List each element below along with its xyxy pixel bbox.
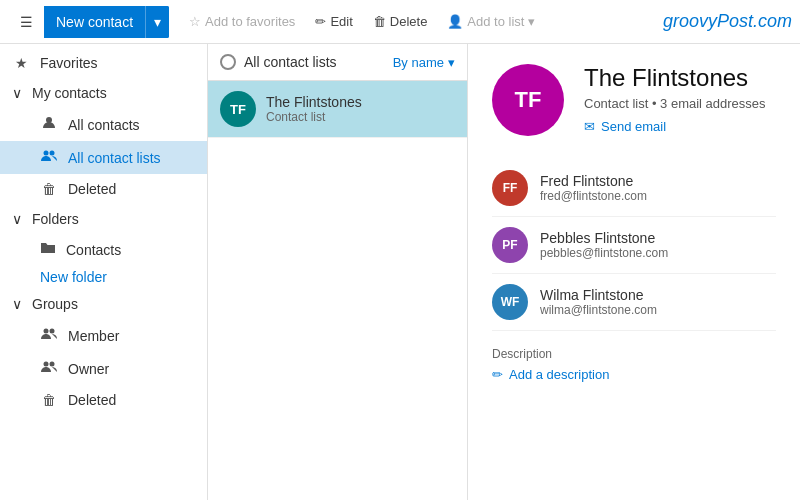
- dropdown-arrow-icon: ▾: [154, 14, 161, 30]
- sort-button[interactable]: By name ▾: [393, 55, 455, 70]
- send-email-label: Send email: [601, 119, 666, 134]
- sidebar-item-member[interactable]: Member: [0, 319, 207, 352]
- add-favorites-button[interactable]: ☆ Add to favorites: [181, 10, 303, 33]
- add-to-list-arrow-icon: ▾: [528, 14, 535, 29]
- sidebar-new-folder-link[interactable]: New folder: [40, 265, 207, 289]
- detail-header: TF The Flintstones Contact list • 3 emai…: [492, 64, 776, 136]
- member-avatar: PF: [492, 227, 528, 263]
- sidebar-folders-sub: Contacts New folder: [0, 234, 207, 289]
- member-info: Fred Flintstone fred@flintstone.com: [540, 173, 647, 203]
- sidebar-item-favorites[interactable]: ★ Favorites: [0, 48, 207, 78]
- contact-list-panel: All contact lists By name ▾ TF The Flint…: [208, 44, 468, 500]
- member-info: Wilma Flintstone wilma@flintstone.com: [540, 287, 657, 317]
- new-contact-button[interactable]: New contact ▾: [44, 6, 169, 38]
- new-contact-dropdown[interactable]: ▾: [146, 6, 169, 38]
- add-to-list-label: Add to list: [467, 14, 524, 29]
- new-contact-label: New contact: [56, 14, 133, 30]
- contact-list-header: All contact lists By name ▾: [208, 44, 467, 81]
- delete-icon: 🗑: [373, 14, 386, 29]
- person-group-member-icon: [40, 326, 58, 345]
- toolbar: ☰ New contact ▾ ☆ Add to favorites ✏ Edi…: [0, 0, 800, 44]
- sidebar-item-all-contact-lists[interactable]: All contact lists: [0, 141, 207, 174]
- chevron-down-icon: ∨: [12, 85, 22, 101]
- member-name: Wilma Flintstone: [540, 287, 657, 303]
- sidebar-item-owner[interactable]: Owner: [0, 352, 207, 385]
- person-icon: [40, 115, 58, 134]
- contact-avatar-tf: TF: [220, 91, 256, 127]
- sidebar-item-all-contact-lists-label: All contact lists: [68, 150, 161, 166]
- member-avatar: FF: [492, 170, 528, 206]
- add-to-list-icon: 👤: [447, 14, 463, 29]
- description-section: Description ✏ Add a description: [492, 347, 776, 382]
- member-item[interactable]: WF Wilma Flintstone wilma@flintstone.com: [492, 274, 776, 331]
- svg-point-5: [44, 362, 49, 367]
- add-description-button[interactable]: ✏ Add a description: [492, 367, 776, 382]
- sidebar-item-folders[interactable]: ∨ Folders: [0, 204, 207, 234]
- add-to-list-button[interactable]: 👤 Add to list ▾: [439, 10, 543, 33]
- sidebar: ★ Favorites ∨ My contacts All contacts A…: [0, 44, 208, 500]
- sidebar-item-contacts-sub[interactable]: Contacts: [40, 234, 207, 265]
- main-area: ★ Favorites ∨ My contacts All contacts A…: [0, 44, 800, 500]
- contact-list-header-left: All contact lists: [220, 54, 337, 70]
- groovy-logo: groovyPost.com: [663, 11, 792, 32]
- sidebar-item-my-contacts[interactable]: ∨ My contacts: [0, 78, 207, 108]
- contact-list-item-flintstones[interactable]: TF The Flintstones Contact list: [208, 81, 467, 138]
- hamburger-button[interactable]: ☰: [8, 4, 44, 40]
- trash-icon-2: 🗑: [40, 392, 58, 408]
- groovy-logo-text: groovyPost.com: [663, 11, 792, 31]
- svg-point-2: [50, 151, 55, 156]
- contact-list-name: The Flintstones: [266, 94, 362, 110]
- add-description-label: Add a description: [509, 367, 609, 382]
- all-lists-radio[interactable]: [220, 54, 236, 70]
- sidebar-item-groups-label: Groups: [32, 296, 78, 312]
- svg-point-6: [50, 362, 55, 367]
- new-folder-label: New folder: [40, 269, 107, 285]
- star-icon: ★: [12, 55, 30, 71]
- sidebar-item-my-contacts-label: My contacts: [32, 85, 107, 101]
- sidebar-item-deleted-label: Deleted: [68, 181, 116, 197]
- edit-button[interactable]: ✏ Edit: [307, 10, 360, 33]
- member-email: wilma@flintstone.com: [540, 303, 657, 317]
- send-email-button[interactable]: ✉ Send email: [584, 119, 766, 134]
- detail-panel: TF The Flintstones Contact list • 3 emai…: [468, 44, 800, 500]
- delete-button[interactable]: 🗑 Delete: [365, 10, 436, 33]
- sidebar-item-deleted[interactable]: 🗑 Deleted: [0, 174, 207, 204]
- svg-point-3: [44, 329, 49, 334]
- member-email: fred@flintstone.com: [540, 189, 647, 203]
- chevron-down-icon-groups: ∨: [12, 296, 22, 312]
- description-label: Description: [492, 347, 776, 361]
- star-icon: ☆: [189, 14, 201, 29]
- sidebar-item-member-label: Member: [68, 328, 119, 344]
- chevron-down-icon-folders: ∨: [12, 211, 22, 227]
- contact-list-info: The Flintstones Contact list: [266, 94, 362, 124]
- contact-list-type: Contact list: [266, 110, 362, 124]
- detail-avatar-initials: TF: [515, 87, 542, 113]
- pencil-icon: ✏: [492, 367, 503, 382]
- member-item[interactable]: PF Pebbles Flintstone pebbles@flintstone…: [492, 217, 776, 274]
- sidebar-item-contacts-sub-label: Contacts: [66, 242, 121, 258]
- detail-avatar: TF: [492, 64, 564, 136]
- svg-point-1: [44, 151, 49, 156]
- member-name: Pebbles Flintstone: [540, 230, 668, 246]
- toolbar-actions: ☆ Add to favorites ✏ Edit 🗑 Delete 👤 Add…: [181, 10, 543, 33]
- add-favorites-label: Add to favorites: [205, 14, 295, 29]
- sidebar-item-all-contacts[interactable]: All contacts: [0, 108, 207, 141]
- member-item[interactable]: FF Fred Flintstone fred@flintstone.com: [492, 160, 776, 217]
- folder-icon: [40, 240, 56, 259]
- sort-label: By name: [393, 55, 444, 70]
- detail-info: The Flintstones Contact list • 3 email a…: [584, 64, 766, 134]
- envelope-icon: ✉: [584, 119, 595, 134]
- hamburger-icon: ☰: [20, 14, 33, 30]
- sidebar-item-deleted2[interactable]: 🗑 Deleted: [0, 385, 207, 415]
- sort-arrow-icon: ▾: [448, 55, 455, 70]
- sidebar-item-owner-label: Owner: [68, 361, 109, 377]
- contact-initials: TF: [230, 102, 246, 117]
- member-email: pebbles@flintstone.com: [540, 246, 668, 260]
- contact-list-header-label: All contact lists: [244, 54, 337, 70]
- member-name: Fred Flintstone: [540, 173, 647, 189]
- member-avatar: WF: [492, 284, 528, 320]
- sidebar-item-groups[interactable]: ∨ Groups: [0, 289, 207, 319]
- new-contact-main[interactable]: New contact: [44, 6, 146, 38]
- sidebar-item-folders-label: Folders: [32, 211, 79, 227]
- delete-label: Delete: [390, 14, 428, 29]
